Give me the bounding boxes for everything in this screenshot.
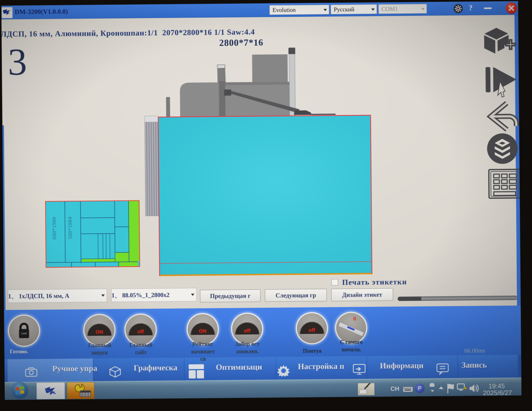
- svg-text:0: 0: [353, 316, 356, 321]
- svg-text:Lock: Lock: [21, 332, 27, 335]
